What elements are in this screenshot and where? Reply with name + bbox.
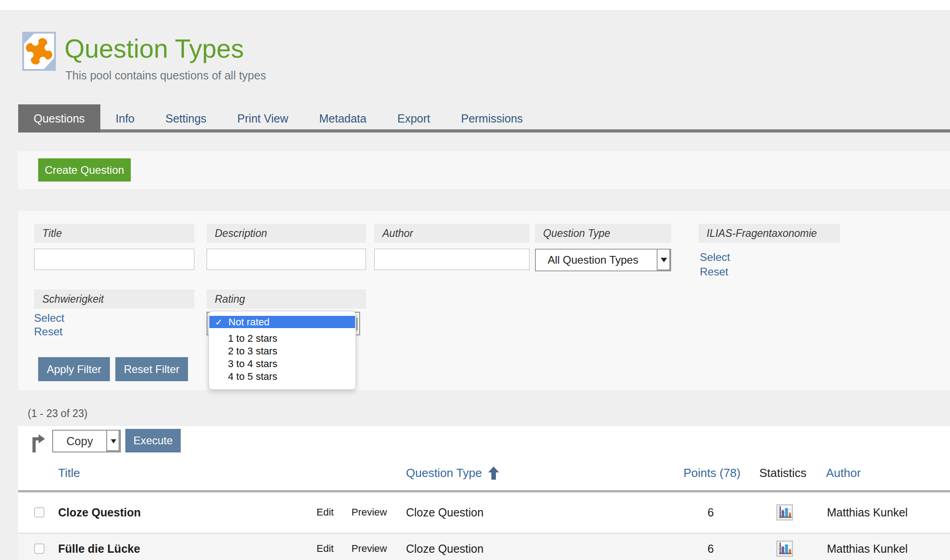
sort-ascending-icon [488, 467, 499, 480]
difficulty-reset-link[interactable]: Reset [34, 325, 63, 338]
filter-description-input[interactable] [207, 249, 366, 270]
filter-title-input[interactable] [34, 249, 194, 270]
column-header-points[interactable]: Points (78) [683, 466, 741, 480]
caret-down-icon [661, 258, 667, 262]
filter-label-description: Description [207, 224, 366, 243]
column-header-question-type[interactable]: Question Type [406, 466, 499, 480]
caret-down-icon [111, 439, 116, 443]
author-cell: Matthias Kunkel [827, 506, 908, 519]
taxonomy-select-link[interactable]: Select [700, 251, 730, 264]
taxonomy-reset-link[interactable]: Reset [700, 265, 728, 278]
question-title: Fülle die Lücke [58, 542, 140, 555]
filter-label-taxonomy: ILIAS-Fragentaxonomie [698, 224, 840, 243]
question-type-select[interactable]: All Question Types [535, 249, 671, 271]
result-range-label: (1 - 23 of 23) [28, 408, 88, 420]
bulk-action-select[interactable]: Copy [52, 430, 121, 452]
filter-label-author: Author [374, 224, 529, 243]
filter-label-question-type: Question Type [535, 224, 671, 243]
filter-label-rating: Rating [207, 290, 366, 309]
question-pool-page: Question Types This pool contains questi… [0, 0, 950, 560]
tab-settings[interactable]: Settings [150, 104, 222, 133]
checkmark-icon: ✓ [209, 317, 228, 328]
bar-chart-icon[interactable] [777, 541, 793, 557]
rating-option-2-3[interactable]: 2 to 3 stars [209, 345, 356, 358]
rating-option-3-4[interactable]: 3 to 4 stars [209, 358, 356, 370]
page-title: Question Types [64, 34, 244, 64]
tab-print-view[interactable]: Print View [222, 104, 304, 133]
author-cell: Matthias Kunkel [827, 542, 908, 555]
column-header-author[interactable]: Author [826, 466, 861, 480]
rating-option-4-5[interactable]: 4 to 5 stars [209, 370, 356, 383]
tab-bar: Questions Info Settings Print View Metad… [18, 104, 950, 133]
filter-label-difficulty: Schwierigkeit [34, 290, 194, 309]
rating-option-not-rated[interactable]: ✓ Not rated [209, 316, 355, 328]
question-title: Cloze Question [58, 506, 141, 519]
question-type-cell: Cloze Question [406, 506, 484, 519]
apply-filter-button[interactable]: Apply Filter [38, 357, 110, 381]
top-strip [0, 0, 950, 10]
edit-link[interactable]: Edit [317, 506, 334, 518]
rating-option-1-2[interactable]: 1 to 2 stars [209, 332, 356, 345]
execute-button[interactable]: Execute [125, 429, 181, 452]
rating-dropdown-list: ✓ Not rated 1 to 2 stars 2 to 3 stars 3 … [208, 311, 356, 390]
column-header-statistics: Statistics [759, 466, 807, 480]
filter-author-input[interactable] [374, 249, 529, 270]
points-cell: 6 [708, 506, 714, 519]
question-type-cell: Cloze Question [406, 542, 484, 555]
bar-chart-icon[interactable] [777, 504, 793, 520]
row-checkbox[interactable] [34, 507, 45, 517]
column-header-title[interactable]: Title [58, 466, 80, 480]
tab-questions[interactable]: Questions [18, 104, 100, 133]
reset-filter-button[interactable]: Reset Filter [115, 357, 188, 381]
tab-export[interactable]: Export [382, 104, 445, 133]
bulk-action-dropdown-button[interactable] [106, 431, 120, 452]
puzzle-icon [22, 32, 56, 71]
difficulty-select-link[interactable]: Select [34, 312, 64, 324]
preview-link[interactable]: Preview [351, 506, 387, 518]
tab-info[interactable]: Info [100, 104, 150, 133]
questions-table: Copy Execute Title Question Type Points … [18, 426, 950, 560]
turn-right-arrow-icon [32, 433, 46, 454]
edit-link[interactable]: Edit [317, 543, 334, 555]
question-type-selected-value: All Question Types [536, 254, 657, 266]
page-subtitle: This pool contains questions of all type… [65, 69, 266, 82]
table-row: Cloze Question Edit Preview Cloze Questi… [18, 492, 950, 532]
question-type-dropdown-button[interactable] [657, 250, 670, 270]
bulk-action-value: Copy [53, 435, 106, 448]
points-cell: 6 [708, 542, 714, 555]
create-question-button[interactable]: Create Question [38, 158, 131, 182]
tab-permissions[interactable]: Permissions [445, 104, 538, 133]
column-header-question-type-label: Question Type [406, 466, 482, 480]
filter-label-title: Title [34, 224, 194, 243]
filter-panel: Title Description Author Question Type I… [18, 211, 950, 390]
actions-panel: Create Question [18, 151, 950, 189]
tab-metadata[interactable]: Metadata [304, 104, 382, 133]
rating-option-label: Not rated [228, 316, 270, 328]
table-row: Fülle die Lücke Edit Preview Cloze Quest… [18, 533, 950, 560]
preview-link[interactable]: Preview [351, 543, 387, 555]
row-checkbox[interactable] [34, 544, 45, 554]
